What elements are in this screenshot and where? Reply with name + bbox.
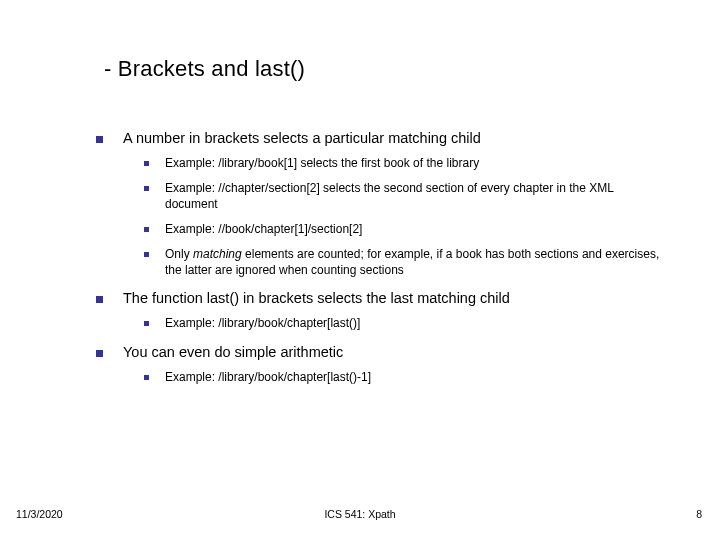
list-item-text: Example: /library/book/chapter[last()-1] [165, 370, 668, 385]
footer-date: 11/3/2020 [16, 508, 63, 520]
list-item: You can even do simple arithmetic Exampl… [96, 344, 668, 385]
list-item: Example: /library/book/chapter[last()] [144, 316, 668, 331]
list-item-text: Example: /library/book[1] selects the fi… [165, 156, 668, 171]
list-item: Example: /library/book/chapter[last()-1] [144, 370, 668, 385]
list-item: Only matching elements are counted; for … [144, 247, 668, 278]
list-item-text: You can even do simple arithmetic [123, 344, 343, 360]
bullet-square-icon [144, 375, 149, 380]
list-item-text: Only matching elements are counted; for … [165, 247, 668, 278]
list-item: A number in brackets selects a particula… [96, 130, 668, 278]
bullet-square-icon [96, 296, 103, 303]
footer-course: ICS 541: Xpath [324, 508, 395, 520]
list-item-text: A number in brackets selects a particula… [123, 130, 481, 146]
list-item: The function last() in brackets selects … [96, 290, 668, 331]
list-item-text: Example: /library/book/chapter[last()] [165, 316, 668, 331]
bullet-square-icon [96, 136, 103, 143]
bullet-square-icon [144, 186, 149, 191]
list-item: Example: //chapter/section[2] selects th… [144, 181, 668, 212]
bullet-square-icon [144, 227, 149, 232]
bullet-square-icon [144, 252, 149, 257]
footer-page-number: 8 [696, 508, 702, 520]
list-item-text: Example: //chapter/section[2] selects th… [165, 181, 668, 212]
list-item: Example: /library/book[1] selects the fi… [144, 156, 668, 171]
list-item-text: Example: //book/chapter[1]/section[2] [165, 222, 668, 237]
bullet-square-icon [144, 321, 149, 326]
list-item: Example: //book/chapter[1]/section[2] [144, 222, 668, 237]
bullet-square-icon [96, 350, 103, 357]
bullet-square-icon [144, 161, 149, 166]
list-item-text: The function last() in brackets selects … [123, 290, 510, 306]
slide-content: A number in brackets selects a particula… [96, 130, 668, 397]
slide-title: - Brackets and last() [104, 56, 305, 82]
